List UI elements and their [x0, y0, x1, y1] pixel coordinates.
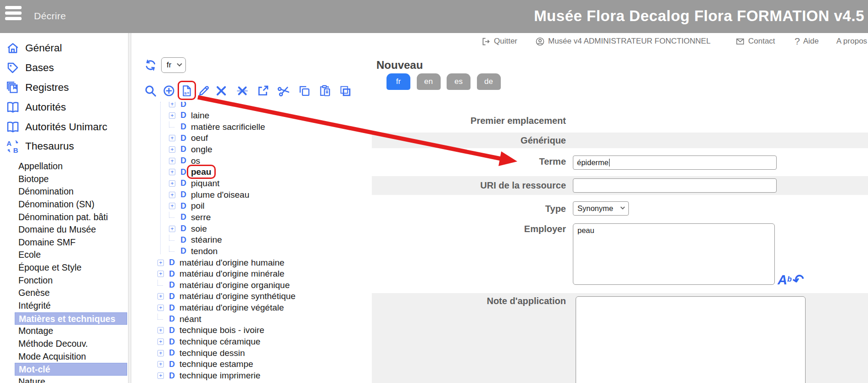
duplicate-icon[interactable] — [339, 84, 352, 97]
tree-item[interactable]: +Doeuf — [132, 133, 372, 144]
tree-item[interactable]: Dtendon — [132, 246, 372, 257]
sidebar-scrollbar[interactable] — [128, 33, 131, 383]
tree-item-label[interactable]: plume d'oiseau — [191, 190, 249, 200]
tree-item-label[interactable]: néant — [179, 314, 202, 324]
delete-strike-icon[interactable] — [236, 84, 249, 97]
sidebar-thesaurus-item[interactable]: Dénomination (SN) — [0, 198, 127, 211]
sidebar-item-registres[interactable]: Registres — [0, 78, 128, 98]
tree-item-label[interactable]: laine — [191, 111, 209, 121]
expand-plus-icon[interactable]: + — [157, 327, 164, 333]
tree-item[interactable]: +Dplume d'oiseau — [132, 189, 372, 200]
expand-plus-icon[interactable]: + — [169, 158, 175, 164]
cut-scissors-icon[interactable] — [277, 84, 290, 97]
sidebar-item-general[interactable]: Général — [0, 39, 128, 58]
hamburger-menu-icon[interactable] — [5, 6, 22, 21]
tree-item[interactable]: +Dtechnique dessin — [132, 347, 372, 359]
type-select[interactable]: Synonyme — [573, 201, 629, 216]
uri-input[interactable] — [573, 178, 777, 193]
sidebar-item-autorites-unimarc[interactable]: Autorités Unimarc — [0, 117, 128, 137]
sidebar-thesaurus-item[interactable]: Ecole — [0, 249, 127, 261]
terme-input[interactable]: épiderme — [573, 155, 777, 170]
tree-item-label[interactable]: technique dessin — [179, 348, 245, 358]
expand-plus-icon[interactable]: + — [157, 361, 164, 367]
tree-item-label[interactable]: peau — [191, 167, 211, 177]
sidebar-thesaurus-item[interactable]: Montage — [0, 325, 127, 338]
expand-plus-icon[interactable]: + — [157, 293, 164, 300]
tree-item-label[interactable]: tendon — [191, 246, 218, 256]
expand-plus-icon[interactable]: + — [169, 226, 175, 232]
expand-plus-icon[interactable]: + — [157, 271, 164, 277]
tree-item-label[interactable]: poil — [191, 201, 205, 211]
tab-lang-es[interactable]: es — [447, 73, 470, 90]
sidebar-thesaurus-item[interactable]: Nature — [0, 376, 127, 383]
tree-item[interactable]: +Dtechnique estampe — [132, 359, 372, 370]
search-icon[interactable] — [144, 84, 157, 97]
sidebar-thesaurus-item[interactable]: Domaine du Musée — [0, 223, 127, 236]
tree-item-label[interactable]: matériau d'origine organique — [179, 280, 290, 290]
sidebar-thesaurus-item[interactable]: Fonction — [0, 274, 127, 287]
tree-item-label[interactable]: soie — [191, 224, 207, 234]
tree-item-label[interactable]: ongle — [191, 144, 213, 155]
tree-item[interactable]: Dnéant — [132, 313, 372, 325]
sidebar-thesaurus-item[interactable]: Dénomination — [0, 185, 127, 198]
sidebar-thesaurus-item[interactable]: Mot-clé — [15, 363, 127, 376]
tree-item-label[interactable]: matériau d'origine humaine — [179, 258, 285, 268]
tab-lang-fr[interactable]: fr — [386, 73, 410, 90]
tree-scroll-area[interactable]: +D+DlaineDmatière sacrificielle+Doeuf+Do… — [132, 102, 372, 383]
expand-plus-icon[interactable]: + — [157, 339, 164, 345]
tree-item-label[interactable]: matériau d'origine végétale — [179, 303, 284, 313]
tree-item-label[interactable]: oeuf — [191, 133, 208, 143]
sidebar-thesaurus-item[interactable]: Domaine SMF — [0, 236, 127, 249]
expand-plus-icon[interactable]: + — [157, 350, 164, 356]
employer-textarea[interactable]: peau — [573, 223, 775, 285]
sidebar-thesaurus-item[interactable]: Intégrité — [0, 300, 127, 312]
expand-plus-icon[interactable]: + — [169, 135, 175, 141]
expand-plus-icon[interactable]: + — [157, 305, 164, 311]
tree-item-label[interactable]: technique estampe — [179, 359, 253, 369]
tree-item[interactable]: +Dmatériau d'origine synthétique — [132, 291, 372, 302]
sidebar-item-thesaurus[interactable]: AB Thesaurus — [0, 137, 128, 156]
note-textarea[interactable] — [576, 296, 806, 383]
sidebar-thesaurus-item[interactable]: Mode Acquisition — [0, 350, 127, 363]
sidebar-thesaurus-item[interactable]: Appellation — [0, 160, 127, 173]
sidebar-thesaurus-item[interactable]: Méthode Decouv. — [0, 338, 127, 350]
tree-item[interactable]: +Dlaine — [132, 110, 372, 122]
tree-item[interactable]: +Dpiquant — [132, 178, 372, 189]
sidebar-thesaurus-item[interactable]: Matières et techniques — [15, 312, 127, 325]
expand-plus-icon[interactable]: + — [169, 203, 175, 209]
edit-pencil-icon[interactable] — [197, 84, 210, 97]
open-external-icon[interactable] — [257, 84, 269, 97]
tree-item[interactable]: Dmatériau d'origine organique — [132, 280, 372, 291]
copy-icon[interactable] — [298, 84, 311, 97]
tree-item-label[interactable]: serre — [191, 212, 211, 222]
expand-plus-icon[interactable]: + — [157, 372, 164, 379]
expand-plus-icon[interactable]: + — [157, 260, 164, 266]
expand-plus-icon[interactable]: + — [169, 169, 175, 175]
sidebar-item-autorites[interactable]: Autorités — [0, 97, 128, 117]
expand-plus-icon[interactable]: + — [169, 112, 175, 119]
delete-x-icon[interactable] — [215, 84, 228, 97]
tree-item[interactable]: +Dos — [132, 155, 372, 167]
tree-item-label[interactable]: technique imprimerie — [179, 371, 260, 381]
tree-item[interactable]: +Dmatériau d'origine humaine — [132, 257, 372, 268]
add-circle-icon[interactable] — [162, 84, 175, 97]
tree-item[interactable]: +Dpoil — [132, 200, 372, 212]
tree-item[interactable]: +Dtechnique céramique — [132, 336, 372, 348]
tree-item[interactable]: +Dsoie — [132, 223, 372, 234]
tree-item[interactable]: Dmatière sacrificielle — [132, 121, 372, 133]
tree-item[interactable]: +Dtechnique imprimerie — [132, 370, 372, 382]
exponent-icon[interactable]: Ab — [778, 273, 792, 287]
tree-item[interactable]: +Dpeau — [132, 167, 372, 178]
tree-item-label[interactable]: matière sacrificielle — [191, 122, 265, 132]
paste-icon[interactable] — [319, 84, 331, 97]
tree-item[interactable]: +Dongle — [132, 144, 372, 155]
tree-item[interactable]: Dserre — [132, 212, 372, 223]
sidebar-thesaurus-item[interactable]: Biotope — [0, 173, 127, 186]
sidebar-item-bases[interactable]: Bases — [0, 58, 128, 78]
tree-item-label[interactable]: technique bois - ivoire — [179, 325, 264, 335]
undo-icon[interactable]: ↶ — [791, 272, 806, 288]
tree-item[interactable]: +Dmatériau d'origine minérale — [132, 268, 372, 280]
tree-item[interactable]: +D — [132, 102, 372, 110]
expand-plus-icon[interactable]: + — [169, 180, 175, 187]
expand-plus-icon[interactable]: + — [169, 146, 175, 153]
